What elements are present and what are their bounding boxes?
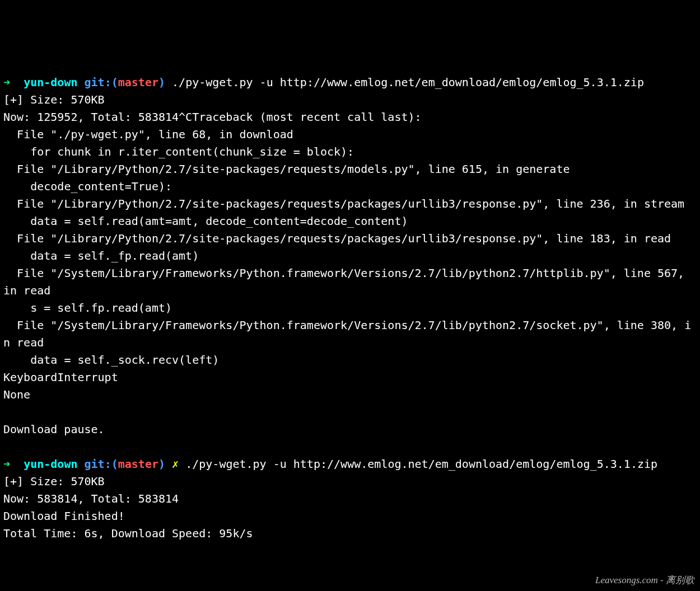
output-speed: Total Time: 6s, Download Speed: 95k/s <box>3 527 253 540</box>
output-progress: Now: 125952, Total: 583814^CTraceback (m… <box>3 110 422 124</box>
terminal-content[interactable]: ➜ yun-down git:(master) ./py-wget.py -u … <box>3 74 697 542</box>
traceback-line: File "/Library/Python/2.7/site-packages/… <box>3 232 671 245</box>
traceback-line: File "/System/Library/Frameworks/Python.… <box>3 318 691 349</box>
output-progress: Now: 583814, Total: 583814 <box>3 492 179 505</box>
traceback-line: KeyboardInterrupt <box>3 370 118 384</box>
output-size: [+] Size: 570KB <box>3 475 105 488</box>
traceback-line: data = self.read(amt=amt, decode_content… <box>3 214 408 228</box>
traceback-line: None <box>3 388 30 401</box>
traceback-line: s = self.fp.read(amt) <box>3 301 172 315</box>
output-pause: Download pause. <box>3 423 105 436</box>
git-label: git:( <box>85 457 118 471</box>
command-text: ./py-wget.py -u http://www.emlog.net/em_… <box>185 457 657 471</box>
command-text: ./py-wget.py -u http://www.emlog.net/em_… <box>172 76 644 89</box>
prompt-arrow: ➜ <box>3 76 10 89</box>
git-close: ) <box>158 76 165 89</box>
dirty-icon: ✗ <box>172 457 179 471</box>
prompt-arrow: ➜ <box>3 457 10 471</box>
watermark-text: Leavesongs.com - 离别歌 <box>595 573 694 588</box>
traceback-line: decode_content=True): <box>3 180 172 193</box>
output-finished: Download Finished! <box>3 509 125 523</box>
traceback-line: data = self._sock.recv(left) <box>3 353 219 367</box>
prompt-dir: yun-down <box>24 76 77 89</box>
git-close: ) <box>158 457 165 471</box>
traceback-line: File "./py-wget.py", line 68, in downloa… <box>3 128 293 141</box>
git-branch: master <box>118 457 158 471</box>
traceback-line: File "/Library/Python/2.7/site-packages/… <box>3 197 684 210</box>
traceback-line: data = self._fp.read(amt) <box>3 249 199 262</box>
traceback-line: for chunk in r.iter_content(chunk_size =… <box>3 145 354 158</box>
traceback-line: File "/System/Library/Frameworks/Python.… <box>3 266 691 297</box>
git-label: git:( <box>85 76 118 89</box>
prompt-dir: yun-down <box>24 457 77 471</box>
traceback-line: File "/Library/Python/2.7/site-packages/… <box>3 162 570 176</box>
git-branch: master <box>118 76 158 89</box>
output-size: [+] Size: 570KB <box>3 93 105 106</box>
